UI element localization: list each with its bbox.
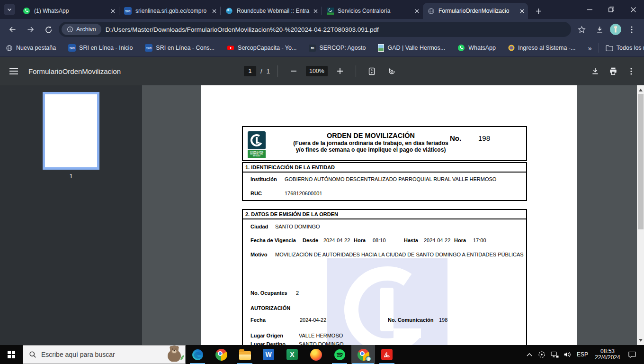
bookmark-label: WhatsApp bbox=[468, 45, 496, 51]
restore-button[interactable] bbox=[600, 0, 622, 19]
search-highlight-bear-icon[interactable] bbox=[161, 344, 184, 364]
autorizacion-title: AUTORIZACIÓN bbox=[250, 305, 290, 311]
close-icon[interactable] bbox=[111, 9, 115, 13]
scroll-down-arrow[interactable] bbox=[639, 339, 643, 342]
bookmark-sercop-agosto[interactable]: fn SERCOP: Agosto bbox=[309, 45, 366, 52]
bookmark-nueva-pestana[interactable]: Nueva pestaña bbox=[6, 45, 56, 52]
ecuador-crest-icon bbox=[508, 45, 515, 51]
download-button[interactable] bbox=[592, 22, 607, 37]
tray-action-center[interactable] bbox=[624, 345, 640, 364]
tab-contraloria[interactable]: Servicios Contraloría bbox=[322, 3, 423, 19]
back-icon bbox=[9, 26, 17, 33]
pdf-download-button[interactable] bbox=[587, 63, 603, 79]
taskbar-spotify[interactable] bbox=[328, 345, 351, 364]
bookmark-sercopcapacita[interactable]: SercopCapacita - Yo... bbox=[227, 44, 296, 52]
tab-roundcube[interactable]: Roundcube Webmail :: Entra bbox=[221, 3, 322, 19]
tray-network[interactable] bbox=[548, 345, 561, 364]
reload-button[interactable] bbox=[41, 22, 56, 37]
cge-logo-text: CONTRALORÍA GENERAL DEL ESTADO bbox=[248, 150, 266, 158]
zoom-in-button[interactable] bbox=[332, 63, 348, 79]
fecha-value: 2024-04-22 bbox=[300, 317, 326, 323]
page-thumbnail[interactable] bbox=[43, 92, 99, 170]
fit-to-page-button[interactable] bbox=[364, 63, 380, 79]
bookmark-gad-valle-hermoso[interactable]: GAD | Valle Hermos... bbox=[378, 44, 445, 52]
url-text[interactable]: D:/Users/Master/Downloads/FormularioOrde… bbox=[106, 26, 379, 33]
roundcube-icon bbox=[225, 7, 233, 15]
tab-search-button[interactable] bbox=[4, 4, 15, 15]
spotify-icon bbox=[334, 349, 346, 361]
tray-language[interactable]: ESP bbox=[574, 345, 591, 364]
taskbar-word[interactable]: W bbox=[257, 345, 280, 364]
browser-menu-button[interactable] bbox=[624, 22, 639, 37]
bookmark-star-button[interactable] bbox=[574, 22, 589, 37]
all-bookmarks-button[interactable]: Todos los marcadores bbox=[606, 45, 644, 51]
bookmark-sri-consultas[interactable]: SRI SRI en Línea - Cons... bbox=[145, 44, 215, 52]
tab-title: Servicios Contraloría bbox=[338, 8, 411, 14]
taskbar-acrobat[interactable] bbox=[375, 345, 399, 364]
download-icon bbox=[596, 26, 604, 34]
back-button[interactable] bbox=[5, 22, 20, 37]
pdf-print-button[interactable] bbox=[605, 63, 621, 79]
new-tab-button[interactable] bbox=[532, 4, 545, 18]
bookmark-ingreso-sistema[interactable]: Ingreso al Sistema -... bbox=[508, 45, 576, 51]
taskbar-search-box[interactable] bbox=[23, 345, 186, 364]
pdf-menu-button[interactable] bbox=[6, 63, 22, 79]
institucion-value: GOBIERNO AUTÓNOMO DESCENTRALIZADO PARROQ… bbox=[285, 176, 496, 182]
bookmark-sri-inicio[interactable]: SRI SRI en Línea - Inicio bbox=[68, 44, 133, 52]
tray-meet-now[interactable] bbox=[536, 345, 548, 364]
destino-value: SANTO DOMINGO bbox=[299, 341, 344, 345]
close-window-button[interactable] bbox=[622, 0, 644, 19]
document-title-block: ORDEN DE MOVILIZACIÓN (Fuera de la jorna… bbox=[267, 132, 475, 153]
taskbar-firefox[interactable] bbox=[304, 345, 328, 364]
minimize-button[interactable] bbox=[579, 0, 600, 19]
bookmark-whatsapp[interactable]: WhatsApp bbox=[457, 44, 496, 52]
pdf-more-button[interactable] bbox=[623, 63, 639, 79]
thumbnail-sidebar: 1 bbox=[0, 85, 142, 345]
close-icon[interactable] bbox=[313, 9, 318, 13]
motivo-label: Motivo bbox=[250, 252, 267, 257]
scroll-up-arrow[interactable] bbox=[639, 89, 643, 91]
close-icon[interactable] bbox=[520, 9, 524, 13]
gad-site-icon bbox=[378, 44, 384, 52]
pdf-content-area: 1 CONTRALORÍA GENERAL DEL ESTADO ORDEN D… bbox=[0, 85, 644, 345]
scrollbar-thumb[interactable] bbox=[638, 94, 644, 229]
bookmarks-bar: Nueva pestaña SRI SRI en Línea - Inicio … bbox=[0, 40, 644, 56]
page-number-input[interactable] bbox=[244, 66, 256, 76]
section-identificacion: 1. IDENTIFICACIÓN DE LA ENTIDAD Instituc… bbox=[242, 162, 527, 201]
taskbar-excel[interactable]: X bbox=[280, 345, 304, 364]
close-icon[interactable] bbox=[415, 9, 419, 13]
start-button[interactable] bbox=[0, 345, 23, 364]
tray-expand-button[interactable] bbox=[524, 345, 535, 364]
address-bar[interactable]: Archivo D:/Users/Master/Downloads/Formul… bbox=[59, 22, 571, 37]
document-title: ORDEN DE MOVILIZACIÓN bbox=[267, 132, 475, 140]
sri-icon: SRI bbox=[145, 44, 152, 52]
tray-volume[interactable] bbox=[561, 345, 573, 364]
zoom-level[interactable]: 100% bbox=[306, 66, 328, 76]
ciudad-label: Ciudad bbox=[250, 224, 268, 229]
taskbar-edge[interactable] bbox=[186, 345, 209, 364]
bookmarks-overflow-chevrons[interactable]: » bbox=[588, 44, 591, 52]
taskbar-chrome-active[interactable] bbox=[351, 345, 375, 364]
profile-avatar[interactable] bbox=[610, 24, 621, 35]
close-icon[interactable] bbox=[212, 9, 216, 13]
tab-whatsapp[interactable]: (1) WhatsApp bbox=[18, 3, 119, 19]
tab-formulario-active[interactable]: FormularioOrdenMovilizacio bbox=[423, 3, 528, 19]
tab-sri[interactable]: SRI srienlinea.sri.gob.ec/compro bbox=[119, 3, 220, 19]
notification-icon bbox=[628, 351, 636, 358]
fit-page-icon bbox=[368, 67, 376, 75]
desde-label: Desde bbox=[303, 237, 318, 243]
ocupantes-label: No. Ocupantes bbox=[250, 290, 287, 296]
bookmark-label: Nueva pestaña bbox=[16, 45, 56, 51]
ruc-label: RUC bbox=[250, 191, 262, 196]
zoom-out-button[interactable] bbox=[286, 63, 302, 79]
rotate-button[interactable] bbox=[384, 63, 400, 79]
taskbar-file-explorer[interactable] bbox=[233, 345, 257, 364]
taskbar-chrome[interactable] bbox=[209, 345, 233, 364]
page-total: 1 bbox=[267, 68, 270, 75]
tray-clock[interactable]: 08:53 22/4/2024 bbox=[591, 345, 624, 364]
search-input[interactable] bbox=[41, 351, 150, 358]
vertical-scrollbar[interactable] bbox=[637, 85, 644, 345]
file-scheme-chip[interactable]: Archivo bbox=[62, 24, 101, 35]
forward-button[interactable] bbox=[23, 22, 38, 37]
hora1-value: 08:10 bbox=[373, 237, 386, 243]
